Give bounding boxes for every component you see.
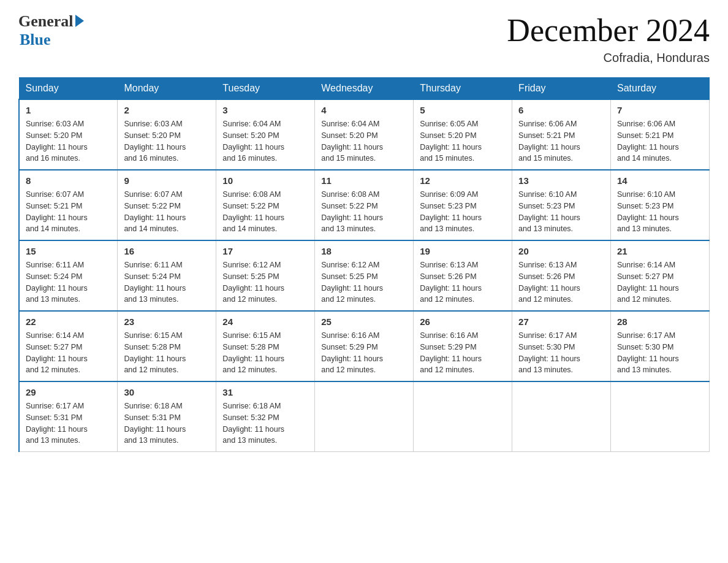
daylight-label: Daylight: 11 hours <box>321 143 383 151</box>
logo-arrow-icon <box>75 15 84 27</box>
logo-blue-text: Blue <box>20 31 51 49</box>
header-friday: Friday <box>512 78 611 100</box>
daylight-minutes: and 14 minutes. <box>222 224 277 233</box>
day-info: Sunrise: 6:15 AM Sunset: 5:28 PM Dayligh… <box>124 330 210 376</box>
sunset-label: Sunset: 5:20 PM <box>26 131 82 140</box>
day-number: 29 <box>26 387 111 397</box>
day-info: Sunrise: 6:04 AM Sunset: 5:20 PM Dayligh… <box>321 118 407 164</box>
sunset-label: Sunset: 5:25 PM <box>321 272 377 281</box>
sunset-label: Sunset: 5:32 PM <box>222 413 279 422</box>
day-number: 2 <box>124 105 210 115</box>
day-number: 9 <box>124 175 210 186</box>
daylight-label: Daylight: 11 hours <box>420 213 482 222</box>
table-row: 12 Sunrise: 6:09 AM Sunset: 5:23 PM Dayl… <box>414 170 512 240</box>
day-number: 12 <box>420 175 506 186</box>
day-number: 8 <box>26 175 111 186</box>
table-row: 13 Sunrise: 6:10 AM Sunset: 5:23 PM Dayl… <box>512 170 611 240</box>
day-number: 23 <box>124 316 210 327</box>
sunrise-label: Sunrise: 6:13 AM <box>518 261 577 269</box>
day-info: Sunrise: 6:05 AM Sunset: 5:20 PM Dayligh… <box>420 118 506 164</box>
day-info: Sunrise: 6:18 AM Sunset: 5:32 PM Dayligh… <box>222 400 308 446</box>
calendar-week-row: 1 Sunrise: 6:03 AM Sunset: 5:20 PM Dayli… <box>19 99 710 170</box>
table-row: 4 Sunrise: 6:04 AM Sunset: 5:20 PM Dayli… <box>315 99 414 170</box>
sunrise-label: Sunrise: 6:14 AM <box>617 261 675 269</box>
daylight-minutes: and 16 minutes. <box>124 154 178 163</box>
table-row <box>315 381 414 452</box>
day-info: Sunrise: 6:14 AM Sunset: 5:27 PM Dayligh… <box>26 330 111 376</box>
table-row: 25 Sunrise: 6:16 AM Sunset: 5:29 PM Dayl… <box>315 311 414 381</box>
sunrise-label: Sunrise: 6:04 AM <box>222 120 281 128</box>
sunrise-label: Sunrise: 6:03 AM <box>26 120 84 128</box>
sunset-label: Sunset: 5:21 PM <box>26 202 82 210</box>
day-info: Sunrise: 6:14 AM Sunset: 5:27 PM Dayligh… <box>617 259 703 305</box>
daylight-label: Daylight: 11 hours <box>617 143 679 151</box>
table-row: 11 Sunrise: 6:08 AM Sunset: 5:22 PM Dayl… <box>315 170 414 240</box>
sunrise-label: Sunrise: 6:18 AM <box>222 402 281 410</box>
table-row <box>512 381 611 452</box>
sunset-label: Sunset: 5:20 PM <box>222 131 279 140</box>
daylight-minutes: and 12 minutes. <box>124 366 178 374</box>
table-row: 26 Sunrise: 6:16 AM Sunset: 5:29 PM Dayl… <box>414 311 512 381</box>
daylight-minutes: and 14 minutes. <box>124 224 178 233</box>
table-row: 5 Sunrise: 6:05 AM Sunset: 5:20 PM Dayli… <box>414 99 512 170</box>
daylight-label: Daylight: 11 hours <box>124 425 186 434</box>
table-row: 2 Sunrise: 6:03 AM Sunset: 5:20 PM Dayli… <box>118 99 216 170</box>
sunrise-label: Sunrise: 6:03 AM <box>124 120 182 128</box>
table-row: 27 Sunrise: 6:17 AM Sunset: 5:30 PM Dayl… <box>512 311 611 381</box>
table-row: 6 Sunrise: 6:06 AM Sunset: 5:21 PM Dayli… <box>512 99 611 170</box>
sunset-label: Sunset: 5:22 PM <box>222 202 279 210</box>
daylight-minutes: and 13 minutes. <box>617 366 672 374</box>
table-row: 28 Sunrise: 6:17 AM Sunset: 5:30 PM Dayl… <box>611 311 710 381</box>
daylight-label: Daylight: 11 hours <box>617 213 679 222</box>
daylight-minutes: and 13 minutes. <box>617 224 672 233</box>
day-number: 28 <box>617 316 703 327</box>
day-info: Sunrise: 6:11 AM Sunset: 5:24 PM Dayligh… <box>124 259 210 305</box>
sunset-label: Sunset: 5:23 PM <box>617 202 673 210</box>
sunrise-label: Sunrise: 6:11 AM <box>26 261 84 269</box>
daylight-minutes: and 12 minutes. <box>321 366 376 374</box>
daylight-label: Daylight: 11 hours <box>518 354 580 363</box>
sunrise-label: Sunrise: 6:07 AM <box>26 190 84 199</box>
calendar-week-row: 22 Sunrise: 6:14 AM Sunset: 5:27 PM Dayl… <box>19 311 710 381</box>
day-info: Sunrise: 6:11 AM Sunset: 5:24 PM Dayligh… <box>26 259 111 305</box>
day-info: Sunrise: 6:06 AM Sunset: 5:21 PM Dayligh… <box>617 118 703 164</box>
sunrise-label: Sunrise: 6:08 AM <box>222 190 281 199</box>
daylight-minutes: and 15 minutes. <box>321 154 376 163</box>
sunrise-label: Sunrise: 6:15 AM <box>222 331 281 340</box>
day-info: Sunrise: 6:10 AM Sunset: 5:23 PM Dayligh… <box>617 189 703 235</box>
table-row: 3 Sunrise: 6:04 AM Sunset: 5:20 PM Dayli… <box>216 99 315 170</box>
day-number: 14 <box>617 175 703 186</box>
daylight-minutes: and 15 minutes. <box>518 154 573 163</box>
page-header: General Blue December 2024 Cofradia, Hon… <box>18 12 710 65</box>
day-number: 18 <box>321 246 407 256</box>
day-info: Sunrise: 6:17 AM Sunset: 5:30 PM Dayligh… <box>617 330 703 376</box>
table-row: 31 Sunrise: 6:18 AM Sunset: 5:32 PM Dayl… <box>216 381 315 452</box>
logo-general-text: General <box>18 12 74 31</box>
daylight-label: Daylight: 11 hours <box>420 143 482 151</box>
sunset-label: Sunset: 5:20 PM <box>420 131 476 140</box>
day-info: Sunrise: 6:16 AM Sunset: 5:29 PM Dayligh… <box>420 330 506 376</box>
sunset-label: Sunset: 5:25 PM <box>222 272 279 281</box>
sunset-label: Sunset: 5:26 PM <box>420 272 476 281</box>
sunset-label: Sunset: 5:28 PM <box>124 343 180 351</box>
daylight-minutes: and 12 minutes. <box>321 295 376 304</box>
day-number: 15 <box>26 246 111 256</box>
sunrise-label: Sunrise: 6:08 AM <box>321 190 379 199</box>
sunset-label: Sunset: 5:27 PM <box>26 343 82 351</box>
day-info: Sunrise: 6:12 AM Sunset: 5:25 PM Dayligh… <box>222 259 308 305</box>
header-wednesday: Wednesday <box>315 78 414 100</box>
table-row: 15 Sunrise: 6:11 AM Sunset: 5:24 PM Dayl… <box>19 240 118 311</box>
day-info: Sunrise: 6:03 AM Sunset: 5:20 PM Dayligh… <box>124 118 210 164</box>
calendar-week-row: 15 Sunrise: 6:11 AM Sunset: 5:24 PM Dayl… <box>19 240 710 311</box>
day-number: 21 <box>617 246 703 256</box>
sunrise-label: Sunrise: 6:13 AM <box>420 261 478 269</box>
sunset-label: Sunset: 5:20 PM <box>124 131 180 140</box>
day-info: Sunrise: 6:04 AM Sunset: 5:20 PM Dayligh… <box>222 118 308 164</box>
sunset-label: Sunset: 5:22 PM <box>321 202 377 210</box>
table-row: 23 Sunrise: 6:15 AM Sunset: 5:28 PM Dayl… <box>118 311 216 381</box>
day-info: Sunrise: 6:09 AM Sunset: 5:23 PM Dayligh… <box>420 189 506 235</box>
day-number: 25 <box>321 316 407 327</box>
table-row: 18 Sunrise: 6:12 AM Sunset: 5:25 PM Dayl… <box>315 240 414 311</box>
sunset-label: Sunset: 5:26 PM <box>518 272 575 281</box>
table-row: 8 Sunrise: 6:07 AM Sunset: 5:21 PM Dayli… <box>19 170 118 240</box>
